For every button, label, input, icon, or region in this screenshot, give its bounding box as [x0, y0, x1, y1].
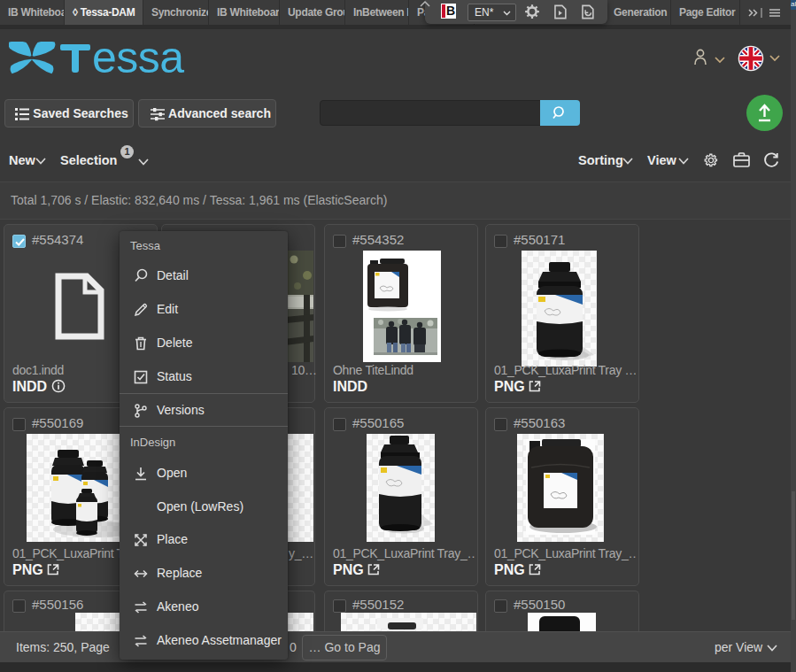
svg-text:essa: essa — [92, 42, 184, 74]
